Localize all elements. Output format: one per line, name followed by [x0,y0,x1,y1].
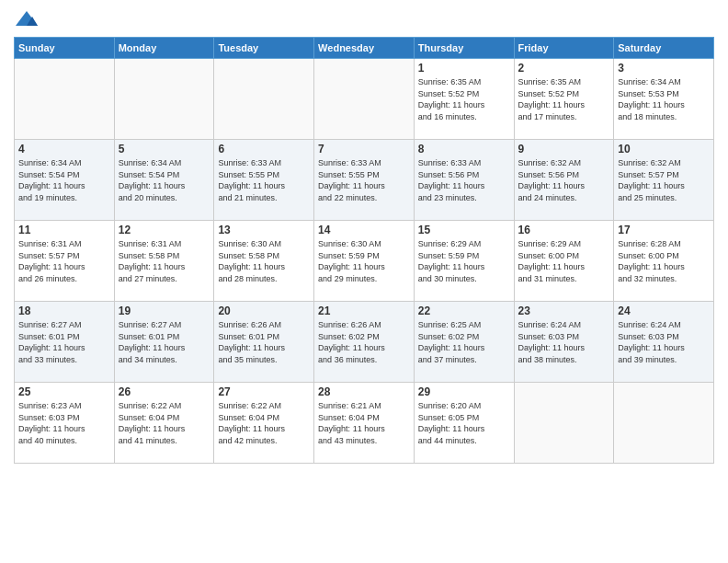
day-number: 17 [618,224,710,236]
calendar-header-friday: Friday [514,38,614,59]
day-info: Sunrise: 6:23 AMSunset: 6:03 PMDaylight:… [18,400,110,446]
calendar-header-row: SundayMondayTuesdayWednesdayThursdayFrid… [15,38,714,59]
calendar: SundayMondayTuesdayWednesdayThursdayFrid… [14,37,714,464]
calendar-cell: 13Sunrise: 6:30 AMSunset: 5:58 PMDayligh… [214,221,314,302]
day-number: 5 [119,143,210,155]
day-number: 7 [318,143,410,155]
day-number: 2 [518,62,610,75]
day-number: 8 [418,143,510,155]
day-number: 9 [518,143,610,155]
day-number: 11 [18,224,110,236]
day-info: Sunrise: 6:33 AMSunset: 5:55 PMDaylight:… [318,157,410,203]
day-number: 14 [318,224,410,236]
header [14,9,714,29]
day-info: Sunrise: 6:32 AMSunset: 5:57 PMDaylight:… [618,157,710,203]
day-number: 6 [218,143,310,155]
day-number: 21 [318,304,410,317]
calendar-cell: 29Sunrise: 6:20 AMSunset: 6:05 PMDayligh… [414,383,514,464]
calendar-cell: 16Sunrise: 6:29 AMSunset: 6:00 PMDayligh… [514,221,614,302]
calendar-cell: 4Sunrise: 6:34 AMSunset: 5:54 PMDaylight… [15,140,115,221]
day-info: Sunrise: 6:31 AMSunset: 5:58 PMDaylight:… [119,238,210,284]
day-number: 1 [418,62,510,75]
day-info: Sunrise: 6:26 AMSunset: 6:01 PMDaylight:… [218,319,310,365]
calendar-cell: 23Sunrise: 6:24 AMSunset: 6:03 PMDayligh… [514,302,614,383]
day-number: 13 [218,224,310,236]
calendar-cell: 6Sunrise: 6:33 AMSunset: 5:55 PMDaylight… [214,140,314,221]
day-number: 16 [518,224,610,236]
calendar-cell: 7Sunrise: 6:33 AMSunset: 5:55 PMDaylight… [314,140,415,221]
calendar-cell [614,383,714,464]
day-number: 23 [518,304,610,317]
calendar-header-saturday: Saturday [614,38,714,59]
calendar-header-tuesday: Tuesday [214,38,314,59]
day-info: Sunrise: 6:20 AMSunset: 6:05 PMDaylight:… [418,400,510,446]
calendar-cell [114,59,214,140]
day-info: Sunrise: 6:34 AMSunset: 5:53 PMDaylight:… [618,76,710,122]
calendar-cell: 8Sunrise: 6:33 AMSunset: 5:56 PMDaylight… [414,140,514,221]
day-info: Sunrise: 6:30 AMSunset: 5:58 PMDaylight:… [218,238,310,284]
calendar-cell: 22Sunrise: 6:25 AMSunset: 6:02 PMDayligh… [414,302,514,383]
calendar-header-thursday: Thursday [414,38,514,59]
day-info: Sunrise: 6:34 AMSunset: 5:54 PMDaylight:… [18,157,110,203]
logo-icon [14,9,40,29]
calendar-cell: 26Sunrise: 6:22 AMSunset: 6:04 PMDayligh… [114,383,214,464]
day-number: 19 [119,304,210,317]
day-info: Sunrise: 6:27 AMSunset: 6:01 PMDaylight:… [18,319,110,365]
day-info: Sunrise: 6:32 AMSunset: 5:56 PMDaylight:… [518,157,610,203]
day-info: Sunrise: 6:28 AMSunset: 6:00 PMDaylight:… [618,238,710,284]
day-number: 22 [418,304,510,317]
calendar-week-5: 25Sunrise: 6:23 AMSunset: 6:03 PMDayligh… [15,383,714,464]
day-info: Sunrise: 6:25 AMSunset: 6:02 PMDaylight:… [418,319,510,365]
calendar-cell: 17Sunrise: 6:28 AMSunset: 6:00 PMDayligh… [614,221,714,302]
calendar-cell: 2Sunrise: 6:35 AMSunset: 5:52 PMDaylight… [514,59,614,140]
day-number: 4 [18,143,110,155]
day-number: 27 [218,385,310,398]
calendar-cell: 9Sunrise: 6:32 AMSunset: 5:56 PMDaylight… [514,140,614,221]
day-info: Sunrise: 6:29 AMSunset: 6:00 PMDaylight:… [518,238,610,284]
calendar-cell: 24Sunrise: 6:24 AMSunset: 6:03 PMDayligh… [614,302,714,383]
calendar-week-4: 18Sunrise: 6:27 AMSunset: 6:01 PMDayligh… [15,302,714,383]
calendar-cell: 28Sunrise: 6:21 AMSunset: 6:04 PMDayligh… [314,383,415,464]
calendar-cell [15,59,115,140]
day-number: 28 [318,385,410,398]
calendar-cell [214,59,314,140]
calendar-header-monday: Monday [114,38,214,59]
day-info: Sunrise: 6:33 AMSunset: 5:55 PMDaylight:… [218,157,310,203]
day-info: Sunrise: 6:22 AMSunset: 6:04 PMDaylight:… [119,400,210,446]
calendar-header-sunday: Sunday [15,38,115,59]
day-number: 26 [119,385,210,398]
calendar-cell: 3Sunrise: 6:34 AMSunset: 5:53 PMDaylight… [614,59,714,140]
day-number: 20 [218,304,310,317]
day-info: Sunrise: 6:27 AMSunset: 6:01 PMDaylight:… [119,319,210,365]
day-info: Sunrise: 6:35 AMSunset: 5:52 PMDaylight:… [518,76,610,122]
day-info: Sunrise: 6:34 AMSunset: 5:54 PMDaylight:… [119,157,210,203]
calendar-cell: 20Sunrise: 6:26 AMSunset: 6:01 PMDayligh… [214,302,314,383]
calendar-header-wednesday: Wednesday [314,38,415,59]
day-info: Sunrise: 6:26 AMSunset: 6:02 PMDaylight:… [318,319,410,365]
calendar-cell: 11Sunrise: 6:31 AMSunset: 5:57 PMDayligh… [15,221,115,302]
day-info: Sunrise: 6:24 AMSunset: 6:03 PMDaylight:… [518,319,610,365]
day-info: Sunrise: 6:21 AMSunset: 6:04 PMDaylight:… [318,400,410,446]
calendar-cell: 21Sunrise: 6:26 AMSunset: 6:02 PMDayligh… [314,302,415,383]
calendar-cell: 12Sunrise: 6:31 AMSunset: 5:58 PMDayligh… [114,221,214,302]
day-info: Sunrise: 6:30 AMSunset: 5:59 PMDaylight:… [318,238,410,284]
logo [14,9,43,29]
day-number: 29 [418,385,510,398]
calendar-week-3: 11Sunrise: 6:31 AMSunset: 5:57 PMDayligh… [15,221,714,302]
calendar-cell: 27Sunrise: 6:22 AMSunset: 6:04 PMDayligh… [214,383,314,464]
day-number: 18 [18,304,110,317]
day-info: Sunrise: 6:29 AMSunset: 5:59 PMDaylight:… [418,238,510,284]
day-info: Sunrise: 6:33 AMSunset: 5:56 PMDaylight:… [418,157,510,203]
day-info: Sunrise: 6:31 AMSunset: 5:57 PMDaylight:… [18,238,110,284]
day-info: Sunrise: 6:22 AMSunset: 6:04 PMDaylight:… [218,400,310,446]
calendar-cell: 10Sunrise: 6:32 AMSunset: 5:57 PMDayligh… [614,140,714,221]
calendar-cell [514,383,614,464]
calendar-cell: 14Sunrise: 6:30 AMSunset: 5:59 PMDayligh… [314,221,415,302]
calendar-cell: 25Sunrise: 6:23 AMSunset: 6:03 PMDayligh… [15,383,115,464]
day-info: Sunrise: 6:35 AMSunset: 5:52 PMDaylight:… [418,76,510,122]
day-number: 24 [618,304,710,317]
calendar-cell: 15Sunrise: 6:29 AMSunset: 5:59 PMDayligh… [414,221,514,302]
calendar-week-1: 1Sunrise: 6:35 AMSunset: 5:52 PMDaylight… [15,59,714,140]
calendar-cell: 1Sunrise: 6:35 AMSunset: 5:52 PMDaylight… [414,59,514,140]
calendar-cell [314,59,415,140]
